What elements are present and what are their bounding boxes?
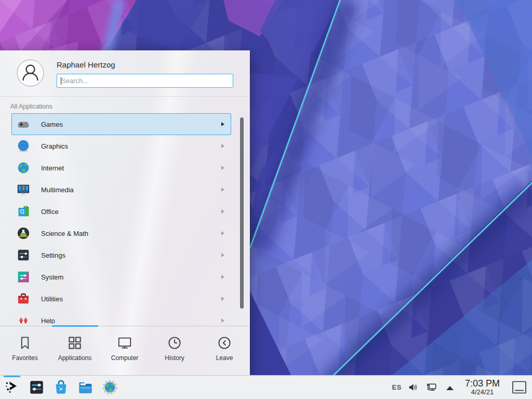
- sliders-icon: [17, 248, 30, 262]
- category-row-settings[interactable]: Settings: [11, 244, 231, 266]
- toolbox-icon: [17, 292, 30, 305]
- tab-favorites[interactable]: Favorites: [0, 326, 50, 375]
- category-row-games[interactable]: Games: [11, 113, 231, 135]
- system-settings-icon: [29, 379, 45, 395]
- submenu-arrow-icon: [221, 166, 224, 170]
- volume-icon[interactable]: [407, 381, 420, 394]
- category-row-utilities[interactable]: Utilities: [11, 288, 231, 310]
- category-row-science-math[interactable]: Science & Math: [11, 222, 231, 244]
- launcher-tab-bar: Favorites Applications Computer History: [0, 326, 250, 375]
- globe-icon: [17, 161, 30, 175]
- category-row-internet[interactable]: Internet: [11, 157, 231, 179]
- submenu-arrow-icon: [221, 122, 224, 126]
- keyboard-layout-indicator[interactable]: ES: [392, 383, 402, 391]
- search-input[interactable]: [57, 74, 233, 88]
- file-manager-task[interactable]: [76, 376, 94, 399]
- discover-task[interactable]: [52, 376, 70, 399]
- submenu-arrow-icon: [221, 253, 224, 257]
- submenu-arrow-icon: [221, 188, 224, 192]
- text-caret: [61, 77, 61, 85]
- category-row-system[interactable]: System: [11, 266, 231, 288]
- documents-icon: [17, 205, 30, 218]
- application-launcher-menu: Raphael Hertzog All Applications Games: [0, 50, 250, 375]
- user-name: Raphael Hertzog: [57, 60, 233, 69]
- list-scrollbar[interactable]: [240, 117, 244, 309]
- show-desktop-icon: [512, 380, 527, 394]
- submenu-arrow-icon: [221, 144, 224, 148]
- leave-icon: [217, 335, 232, 351]
- taskbar: ES 7:03 PM 4/24/21: [0, 375, 532, 399]
- web-browser-icon: [102, 379, 118, 395]
- active-tab-indicator: [52, 325, 98, 327]
- digital-clock[interactable]: 7:03 PM 4/24/21: [465, 379, 500, 396]
- file-manager-icon: [77, 379, 94, 395]
- web-browser-task[interactable]: [101, 376, 118, 399]
- tab-leave[interactable]: Leave: [200, 326, 249, 375]
- submenu-arrow-icon: [221, 275, 224, 279]
- clock-date: 4/24/21: [465, 389, 500, 396]
- launcher-button[interactable]: [3, 376, 21, 399]
- category-row-graphics[interactable]: Graphics: [11, 135, 231, 157]
- expand-tray-icon[interactable]: [444, 381, 456, 394]
- help-icon: [17, 314, 30, 324]
- tab-applications[interactable]: Applications: [50, 326, 100, 375]
- bookmark-icon: [17, 335, 33, 351]
- show-desktop-button[interactable]: [512, 380, 527, 394]
- category-list: Games Graphics Internet: [0, 113, 250, 324]
- sphere-icon: [17, 139, 30, 153]
- system-icon: [17, 270, 30, 284]
- history-icon: [167, 335, 182, 351]
- discover-icon: [53, 379, 69, 395]
- computer-icon: [117, 335, 132, 351]
- gamepad-icon: [17, 117, 30, 131]
- submenu-arrow-icon: [221, 209, 224, 214]
- network-icon[interactable]: [425, 381, 438, 394]
- category-row-office[interactable]: Office: [11, 201, 231, 222]
- section-label: All Applications: [0, 97, 250, 113]
- user-avatar-icon[interactable]: [17, 59, 44, 87]
- flask-icon: [17, 227, 30, 240]
- monitor-play-icon: [17, 183, 30, 196]
- grid-icon: [67, 335, 83, 351]
- clock-time: 7:03 PM: [465, 379, 500, 389]
- tab-computer[interactable]: Computer: [100, 326, 150, 375]
- submenu-arrow-icon: [221, 297, 224, 301]
- category-row-help[interactable]: Help: [11, 310, 231, 324]
- launcher-header: Raphael Hertzog: [0, 50, 250, 97]
- category-row-multimedia[interactable]: Multimedia: [11, 179, 231, 201]
- submenu-arrow-icon: [221, 231, 224, 235]
- system-settings-task[interactable]: [28, 376, 45, 399]
- submenu-arrow-icon: [221, 318, 224, 323]
- active-task-indicator: [4, 376, 20, 377]
- tab-history[interactable]: History: [150, 326, 200, 375]
- kali-menu-icon: [4, 379, 20, 395]
